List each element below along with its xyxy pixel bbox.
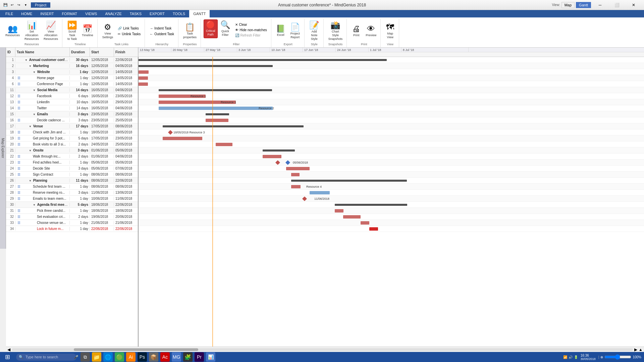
task-row[interactable]: 2▼ Marketing16 days12/05/201804/06/2018 [6,63,138,69]
critical-path-button[interactable]: 🔴 CriticalPath [204,19,218,38]
app-tab-project[interactable]: Project [31,2,50,8]
vertical-scroll-up[interactable]: ▲ [639,347,643,352]
taskbar-photoshop[interactable]: Ps [138,352,147,362]
task-row[interactable]: 29☰Emails to team mem...1 day10/06/20181… [6,196,138,202]
task-row[interactable]: 27☰Schedule first team ...1 day08/06/201… [6,184,138,190]
collapse-arrow[interactable]: ▼ [25,59,28,62]
tab-views[interactable]: VIEWS [81,10,101,17]
timeline-button[interactable]: 📅 Timeline [80,23,95,39]
map-explorer-panel[interactable]: Map Explorer [0,48,6,249]
taskbar-task-view[interactable]: ⧉ [80,352,90,362]
scroll-track[interactable] [12,348,633,351]
task-row[interactable]: 11▼ Social Media14 days16/05/201804/06/2… [6,87,138,93]
map-view-tab[interactable]: Map [561,2,575,8]
collapse-arrow[interactable]: ▼ [29,149,32,152]
task-row[interactable]: 22☰Walk through inc...2 days01/06/201804… [6,154,138,160]
taskbar-chrome[interactable]: 🟢 [115,352,124,362]
indent-task-button[interactable]: → Indent Task [148,26,176,31]
task-row[interactable]: 31☰Pick three candid...1 day18/06/201818… [6,208,138,214]
preview-button[interactable]: 👁 Preview [364,23,378,39]
minimize-button[interactable]: ─ [592,2,608,8]
task-row[interactable]: 12☰Facebook6 days16/05/201823/05/2018 [6,93,138,99]
taskbar-file-explorer[interactable]: 📁 [92,352,101,362]
scroll-thumb[interactable] [74,348,198,351]
map-view-button[interactable]: 🗺 MapView [383,22,397,41]
task-row[interactable]: 26▼ Planning11 days08/06/201822/06/2018 [6,178,138,184]
restore-button[interactable]: ⬜ [609,2,625,8]
add-note-style-button[interactable]: 📝 AddNoteStyle [307,20,321,42]
excel-button[interactable]: 📗 Excel [274,24,287,38]
collapse-arrow[interactable]: ▼ [33,89,36,92]
taskbar-windows-btn[interactable]: ⊞ [3,352,12,362]
quick-access-save[interactable]: 💾 [3,2,8,8]
link-tasks-button[interactable]: 🔗 Link Tasks [116,26,143,31]
tab-format[interactable]: FORMAT [58,10,81,17]
quick-access-undo[interactable]: ↩ [9,2,15,8]
tab-tasks[interactable]: TASKS [126,10,146,17]
scroll-right-btn[interactable]: ▶ [634,347,637,352]
search-input[interactable] [25,355,72,359]
task-row[interactable]: 13☰LinkedIn10 days16/05/201829/05/2018 [6,99,138,105]
horizontal-scrollbar[interactable]: ◀ ▶ ▲ [6,347,644,352]
taskbar-app6[interactable]: 📦 [149,352,158,362]
resources-button[interactable]: 👥 Resources [3,23,22,39]
task-row[interactable]: 1▼ Annual customer confer...30 days12/05… [6,57,138,63]
task-row[interactable]: 23☰Find achilles heel...1 day05/06/20180… [6,160,138,166]
collapse-arrow[interactable]: ▼ [29,65,32,68]
view-allocation-button[interactable]: 📈 ViewAllocationResources [42,20,60,42]
collapse-arrow[interactable]: ▼ [33,203,36,206]
taskbar-edge[interactable]: 🌐 [103,352,113,362]
taskbar-acrobat[interactable]: Ac [160,352,170,362]
tab-tools[interactable]: TOOLS [169,10,189,17]
tab-file[interactable]: FILE [1,10,17,17]
scroll-left-btn[interactable]: ◀ [7,347,10,352]
tab-gantt[interactable]: GANTT [189,10,210,17]
task-row[interactable]: 25☰Sign Contract1 day08/06/201808/06/201… [6,172,138,178]
zoom-slider[interactable] [604,354,631,360]
taskbar-active-app[interactable]: 📊 [206,352,215,362]
search-box[interactable]: 🔍 🎤 [16,354,76,361]
collapse-arrow[interactable]: ▼ [29,179,32,182]
tab-insert[interactable]: INSERT [36,10,58,17]
gantt-view-tab[interactable]: Gantt [576,2,591,8]
taskbar-premiere[interactable]: Pr [195,352,204,362]
hide-non-matches-button[interactable]: 👁 Hide non-matches [233,27,269,33]
view-settings-button[interactable]: ⚙ ViewSettings [100,22,115,41]
refresh-filter-button[interactable]: 🔄 Refresh Filter [233,33,269,38]
task-row[interactable]: 6☰Conference Page1 day12/05/201814/05/20… [6,81,138,87]
task-row[interactable]: 14☰Twitter14 days16/05/201804/06/2018 [6,105,138,111]
unlink-tasks-button[interactable]: ✂ Unlink Tasks [116,32,143,37]
print-button[interactable]: 🖨 Print [350,23,363,39]
task-row[interactable]: 18☰Check with Jim and ...1 day18/05/2018… [6,129,138,135]
task-row[interactable]: 28☰Reserve meeting ro...3 days11/06/2018… [6,190,138,196]
zoom-fit-icon[interactable]: ⊕ [600,355,603,359]
outdent-task-button[interactable]: ← Outdent Task [148,32,176,37]
task-row[interactable]: 20☰Book visits to all 3 si...2 days24/05… [6,141,138,147]
tab-analyze[interactable]: ANALYZE [101,10,125,17]
task-row[interactable]: 24☰Decide Site3 days05/06/201807/06/2018 [6,166,138,172]
tab-home[interactable]: HOME [17,10,36,17]
quick-filter-button[interactable]: 🔍 QuickFilter [218,19,232,38]
close-button[interactable]: ✕ [626,2,641,8]
task-row[interactable]: 30▼ Agenda first meeti...5 days18/06/201… [6,202,138,208]
collapse-arrow[interactable]: ▼ [33,71,36,74]
scroll-task-button[interactable]: ⏩ ScrollTaskto Task [65,20,79,42]
task-row[interactable]: 34Lock in future m...1 day22/06/201822/0… [6,226,138,232]
task-row[interactable]: 33☰Choose venue se...1 day21/06/201821/0… [6,220,138,226]
clear-filter-button[interactable]: ✕ Clear [233,22,269,27]
task-row[interactable]: 32☰Set evaluation cri...2 days19/06/2018… [6,214,138,220]
collapse-arrow[interactable]: ▼ [33,113,36,116]
taskbar-illustrator[interactable]: Ai [126,352,136,362]
task-properties-button[interactable]: 📋 Taskproperties [181,22,199,41]
task-row[interactable]: 16☰Decide cadence ...3 days23/05/201825/… [6,117,138,123]
project-report-button[interactable]: 📄 ProjectReport [288,22,302,41]
quick-access-more[interactable]: ▾ [23,2,28,8]
task-row[interactable]: 17▼ Venue17 days17/05/201808/06/2018 [6,123,138,129]
task-row[interactable]: 19☰Get pricing for 3 pot...5 days17/05/2… [6,135,138,141]
tab-export[interactable]: EXPORT [146,10,169,17]
task-row[interactable]: 15▼ Emails3 days23/05/201825/05/2018 [6,111,138,117]
task-row[interactable]: 3▼ Website1 day12/05/201814/05/2018 [6,69,138,75]
collapse-arrow[interactable]: ▼ [29,125,32,128]
set-allocation-button[interactable]: 📊 SetAllocationResources [22,20,41,42]
taskbar-mindgenius[interactable]: MG [172,352,181,362]
